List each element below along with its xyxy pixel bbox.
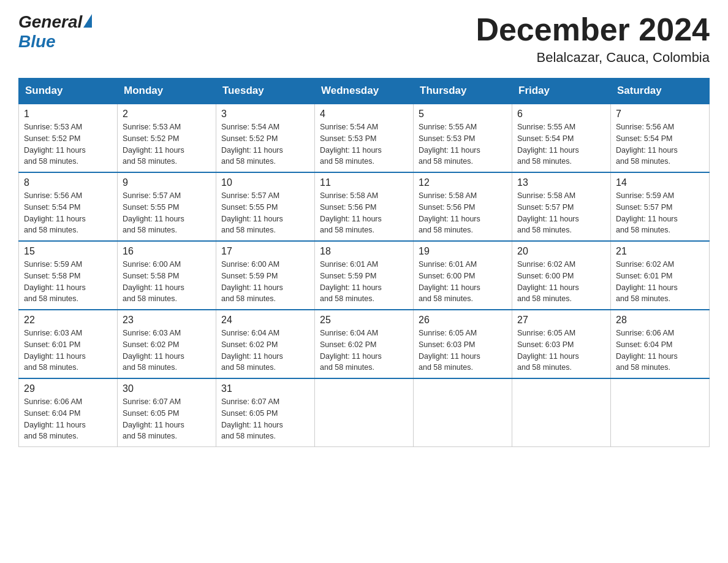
day-info: Sunrise: 5:55 AMSunset: 5:53 PMDaylight:…	[419, 121, 507, 167]
location-subtitle: Belalcazar, Cauca, Colombia	[476, 50, 710, 66]
day-number: 12	[419, 177, 507, 188]
day-info: Sunrise: 5:56 AMSunset: 5:54 PMDaylight:…	[24, 190, 112, 236]
day-info: Sunrise: 6:03 AMSunset: 6:02 PMDaylight:…	[123, 327, 211, 373]
day-number: 22	[24, 315, 112, 326]
day-number: 5	[419, 109, 507, 120]
calendar-cell: 6Sunrise: 5:55 AMSunset: 5:54 PMDaylight…	[512, 104, 611, 172]
day-number: 13	[517, 177, 605, 188]
calendar-cell: 26Sunrise: 6:05 AMSunset: 6:03 PMDayligh…	[414, 310, 512, 378]
calendar-cell: 28Sunrise: 6:06 AMSunset: 6:04 PMDayligh…	[611, 310, 710, 378]
day-info: Sunrise: 5:54 AMSunset: 5:52 PMDaylight:…	[221, 121, 309, 167]
calendar-week-row: 8Sunrise: 5:56 AMSunset: 5:54 PMDaylight…	[19, 172, 710, 241]
day-of-week-header: Wednesday	[315, 79, 414, 104]
day-number: 2	[123, 109, 211, 120]
calendar-cell: 13Sunrise: 5:58 AMSunset: 5:57 PMDayligh…	[512, 172, 611, 241]
logo-triangle-icon	[83, 14, 92, 28]
calendar-cell: 16Sunrise: 6:00 AMSunset: 5:58 PMDayligh…	[118, 241, 216, 310]
day-number: 6	[517, 109, 605, 120]
calendar-cell: 23Sunrise: 6:03 AMSunset: 6:02 PMDayligh…	[118, 310, 216, 378]
day-info: Sunrise: 5:53 AMSunset: 5:52 PMDaylight:…	[24, 121, 112, 167]
day-info: Sunrise: 6:04 AMSunset: 6:02 PMDaylight:…	[221, 327, 309, 373]
logo-general-text: General	[18, 12, 82, 32]
day-number: 1	[24, 109, 112, 120]
day-number: 24	[221, 315, 309, 326]
day-info: Sunrise: 6:03 AMSunset: 6:01 PMDaylight:…	[24, 327, 112, 373]
day-info: Sunrise: 5:56 AMSunset: 5:54 PMDaylight:…	[616, 121, 704, 167]
day-number: 4	[320, 109, 408, 120]
calendar-cell: 21Sunrise: 6:02 AMSunset: 6:01 PMDayligh…	[611, 241, 710, 310]
day-number: 11	[320, 177, 408, 188]
day-number: 31	[221, 383, 309, 394]
calendar-cell: 19Sunrise: 6:01 AMSunset: 6:00 PMDayligh…	[414, 241, 512, 310]
calendar-week-row: 15Sunrise: 5:59 AMSunset: 5:58 PMDayligh…	[19, 241, 710, 310]
day-number: 10	[221, 177, 309, 188]
calendar-cell: 1Sunrise: 5:53 AMSunset: 5:52 PMDaylight…	[19, 104, 118, 172]
month-year-title: December 2024	[476, 12, 710, 47]
day-of-week-header: Friday	[512, 79, 611, 104]
day-info: Sunrise: 6:00 AMSunset: 5:58 PMDaylight:…	[123, 259, 211, 305]
calendar-cell: 10Sunrise: 5:57 AMSunset: 5:55 PMDayligh…	[216, 172, 315, 241]
calendar-week-row: 29Sunrise: 6:06 AMSunset: 6:04 PMDayligh…	[19, 378, 710, 447]
day-number: 17	[221, 246, 309, 257]
day-number: 8	[24, 177, 112, 188]
calendar-cell: 30Sunrise: 6:07 AMSunset: 6:05 PMDayligh…	[118, 378, 216, 447]
day-info: Sunrise: 6:05 AMSunset: 6:03 PMDaylight:…	[419, 327, 507, 373]
calendar-cell: 3Sunrise: 5:54 AMSunset: 5:52 PMDaylight…	[216, 104, 315, 172]
day-number: 25	[320, 315, 408, 326]
calendar-cell: 25Sunrise: 6:04 AMSunset: 6:02 PMDayligh…	[315, 310, 414, 378]
day-info: Sunrise: 5:59 AMSunset: 5:58 PMDaylight:…	[24, 259, 112, 305]
calendar-cell: 4Sunrise: 5:54 AMSunset: 5:53 PMDaylight…	[315, 104, 414, 172]
day-info: Sunrise: 5:54 AMSunset: 5:53 PMDaylight:…	[320, 121, 408, 167]
day-of-week-header: Tuesday	[216, 79, 315, 104]
calendar-cell: 8Sunrise: 5:56 AMSunset: 5:54 PMDaylight…	[19, 172, 118, 241]
day-number: 16	[123, 246, 211, 257]
day-info: Sunrise: 5:57 AMSunset: 5:55 PMDaylight:…	[221, 190, 309, 236]
calendar-cell: 15Sunrise: 5:59 AMSunset: 5:58 PMDayligh…	[19, 241, 118, 310]
day-info: Sunrise: 6:07 AMSunset: 6:05 PMDaylight:…	[123, 396, 211, 442]
title-area: December 2024 Belalcazar, Cauca, Colombi…	[476, 12, 710, 66]
calendar-week-row: 22Sunrise: 6:03 AMSunset: 6:01 PMDayligh…	[19, 310, 710, 378]
day-number: 29	[24, 383, 112, 394]
day-number: 14	[616, 177, 704, 188]
day-number: 15	[24, 246, 112, 257]
day-info: Sunrise: 6:01 AMSunset: 5:59 PMDaylight:…	[320, 259, 408, 305]
day-number: 7	[616, 109, 704, 120]
calendar-cell: 2Sunrise: 5:53 AMSunset: 5:52 PMDaylight…	[118, 104, 216, 172]
calendar-cell	[611, 378, 710, 447]
calendar-week-row: 1Sunrise: 5:53 AMSunset: 5:52 PMDaylight…	[19, 104, 710, 172]
calendar-cell	[315, 378, 414, 447]
day-number: 19	[419, 246, 507, 257]
calendar-cell: 17Sunrise: 6:00 AMSunset: 5:59 PMDayligh…	[216, 241, 315, 310]
calendar-cell	[414, 378, 512, 447]
day-number: 30	[123, 383, 211, 394]
calendar-cell: 29Sunrise: 6:06 AMSunset: 6:04 PMDayligh…	[19, 378, 118, 447]
day-info: Sunrise: 5:57 AMSunset: 5:55 PMDaylight:…	[123, 190, 211, 236]
day-info: Sunrise: 6:05 AMSunset: 6:03 PMDaylight:…	[517, 327, 605, 373]
calendar-cell: 31Sunrise: 6:07 AMSunset: 6:05 PMDayligh…	[216, 378, 315, 447]
calendar-cell: 24Sunrise: 6:04 AMSunset: 6:02 PMDayligh…	[216, 310, 315, 378]
day-info: Sunrise: 6:02 AMSunset: 6:00 PMDaylight:…	[517, 259, 605, 305]
day-number: 3	[221, 109, 309, 120]
header: General Blue December 2024 Belalcazar, C…	[18, 12, 710, 66]
day-number: 28	[616, 315, 704, 326]
day-info: Sunrise: 5:58 AMSunset: 5:56 PMDaylight:…	[320, 190, 408, 236]
calendar-cell	[512, 378, 611, 447]
calendar-cell: 11Sunrise: 5:58 AMSunset: 5:56 PMDayligh…	[315, 172, 414, 241]
day-info: Sunrise: 5:53 AMSunset: 5:52 PMDaylight:…	[123, 121, 211, 167]
day-of-week-header: Thursday	[414, 79, 512, 104]
day-number: 23	[123, 315, 211, 326]
day-of-week-header: Monday	[118, 79, 216, 104]
calendar-table: SundayMondayTuesdayWednesdayThursdayFrid…	[18, 78, 710, 447]
logo: General Blue	[18, 12, 92, 52]
day-info: Sunrise: 5:58 AMSunset: 5:57 PMDaylight:…	[517, 190, 605, 236]
day-info: Sunrise: 6:02 AMSunset: 6:01 PMDaylight:…	[616, 259, 704, 305]
day-number: 27	[517, 315, 605, 326]
calendar-cell: 5Sunrise: 5:55 AMSunset: 5:53 PMDaylight…	[414, 104, 512, 172]
calendar-cell: 27Sunrise: 6:05 AMSunset: 6:03 PMDayligh…	[512, 310, 611, 378]
day-info: Sunrise: 5:55 AMSunset: 5:54 PMDaylight:…	[517, 121, 605, 167]
day-info: Sunrise: 6:06 AMSunset: 6:04 PMDaylight:…	[616, 327, 704, 373]
day-info: Sunrise: 6:00 AMSunset: 5:59 PMDaylight:…	[221, 259, 309, 305]
day-of-week-header: Sunday	[19, 79, 118, 104]
day-info: Sunrise: 6:06 AMSunset: 6:04 PMDaylight:…	[24, 396, 112, 442]
day-info: Sunrise: 6:01 AMSunset: 6:00 PMDaylight:…	[419, 259, 507, 305]
